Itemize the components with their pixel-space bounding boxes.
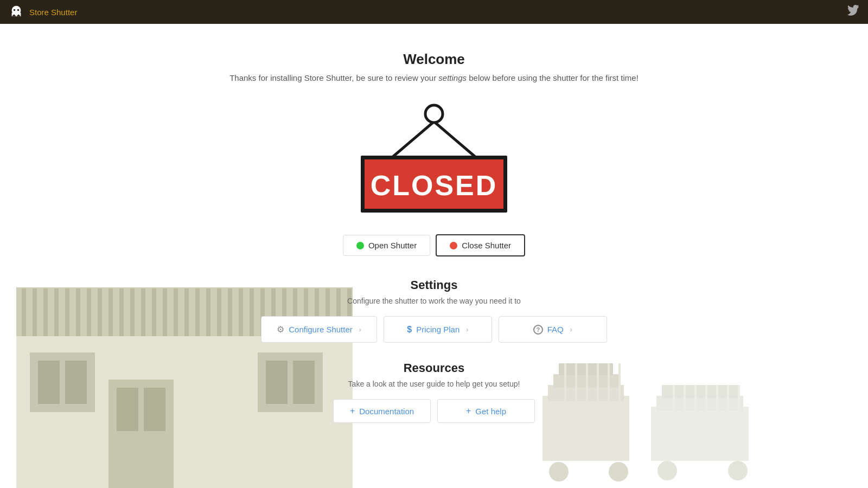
shutter-controls: Open Shutter Close Shutter	[343, 234, 525, 256]
configure-shutter-button[interactable]: ⚙ Configure Shutter ›	[261, 316, 377, 343]
question-icon: ?	[533, 325, 543, 335]
get-help-label: Get help	[475, 407, 506, 416]
documentation-plus-icon: +	[350, 406, 355, 416]
svg-point-58	[609, 462, 628, 481]
svg-point-4	[17, 9, 20, 11]
settings-subtitle: Configure the shutter to work the way yo…	[261, 297, 607, 305]
welcome-text-before: Thanks for installing Store Shutter, be …	[229, 73, 438, 82]
documentation-label: Documentation	[359, 407, 414, 416]
dollar-icon: $	[407, 325, 412, 335]
faq-label: FAQ	[547, 325, 564, 334]
svg-point-3	[14, 9, 16, 11]
closed-sign-container: CLOSED	[355, 99, 513, 218]
sign-hanger: CLOSED	[355, 99, 513, 218]
welcome-text-italic: settings	[438, 73, 467, 82]
close-shutter-button[interactable]: Close Shutter	[436, 234, 525, 256]
close-shutter-label: Close Shutter	[462, 241, 511, 250]
svg-point-71	[425, 105, 443, 123]
resources-section: Resources Take a look at the user guide …	[333, 361, 535, 423]
pricing-chevron-icon: ›	[466, 326, 468, 333]
app-logo-icon	[9, 4, 24, 20]
get-help-button[interactable]: + Get help	[437, 399, 535, 423]
app-title: Store Shutter	[29, 8, 77, 17]
svg-point-70	[728, 461, 748, 480]
sign-svg: CLOSED	[355, 99, 513, 218]
settings-section: Settings Configure the shutter to work t…	[261, 278, 607, 343]
open-shutter-label: Open Shutter	[368, 241, 417, 250]
resources-subtitle: Take a look at the user guide to help ge…	[333, 380, 535, 388]
welcome-title: Welcome	[403, 51, 465, 68]
svg-line-73	[435, 123, 476, 157]
gear-icon: ⚙	[277, 324, 284, 335]
open-shutter-button[interactable]: Open Shutter	[343, 235, 430, 256]
configure-chevron-icon: ›	[359, 326, 361, 333]
pricing-plan-label: Pricing Plan	[416, 325, 459, 334]
settings-title: Settings	[261, 278, 607, 292]
faq-button[interactable]: ? FAQ ›	[499, 316, 607, 343]
svg-point-69	[658, 461, 677, 480]
resources-buttons-group: + Documentation + Get help	[333, 399, 535, 423]
welcome-text-after: below before using the shutter for the f…	[467, 73, 639, 82]
app-header: Store Shutter	[0, 0, 868, 24]
get-help-plus-icon: +	[466, 406, 471, 416]
twitter-icon[interactable]	[847, 5, 859, 20]
svg-line-72	[392, 123, 433, 157]
pricing-plan-button[interactable]: $ Pricing Plan ›	[384, 316, 492, 343]
close-status-dot	[450, 242, 457, 249]
page-content: Welcome Thanks for installing Store Shut…	[0, 51, 868, 423]
faq-chevron-icon: ›	[570, 326, 572, 333]
documentation-button[interactable]: + Documentation	[333, 399, 431, 423]
main-content: Welcome Thanks for installing Store Shut…	[0, 24, 868, 488]
svg-point-57	[549, 462, 569, 481]
resources-title: Resources	[333, 361, 535, 375]
svg-text:CLOSED: CLOSED	[371, 170, 498, 201]
welcome-subtitle: Thanks for installing Store Shutter, be …	[229, 73, 639, 82]
header-left: Store Shutter	[9, 4, 77, 20]
configure-shutter-label: Configure Shutter	[289, 325, 353, 334]
open-status-dot	[356, 242, 364, 249]
settings-buttons-group: ⚙ Configure Shutter › $ Pricing Plan › ?…	[261, 316, 607, 343]
